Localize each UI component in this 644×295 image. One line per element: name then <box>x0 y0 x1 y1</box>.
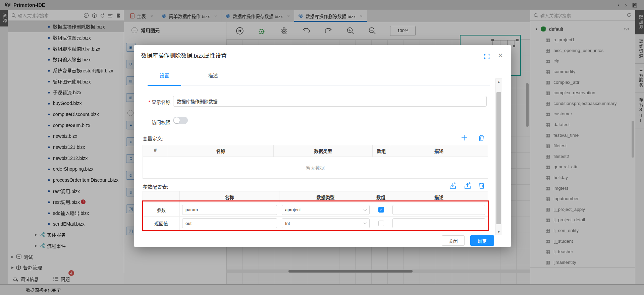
tree-item[interactable]: ● rest调用.bizx <box>8 185 124 196</box>
array-checkbox[interactable] <box>378 221 384 226</box>
save-icon[interactable] <box>632 3 637 8</box>
export-params-icon[interactable] <box>464 182 472 190</box>
editor-tab[interactable]: 主表 × <box>126 10 157 22</box>
table-list-item[interactable]: ▦ imgtest <box>530 183 635 193</box>
resource-search[interactable]: 输入关键字搜索 AI <box>8 10 124 21</box>
cube-icon[interactable] <box>92 13 97 18</box>
tree-item[interactable]: ● computeSum.bizx <box>8 120 124 131</box>
table-list-item[interactable]: ▦ ljmainentity <box>530 257 635 268</box>
display-name-input[interactable] <box>173 96 487 107</box>
access-toggle[interactable] <box>173 117 188 124</box>
right-strip-tab[interactable]: 离线资源 <box>635 35 644 64</box>
refresh-icon[interactable] <box>627 12 632 17</box>
refresh-icon[interactable] <box>100 13 105 18</box>
close-icon[interactable]: × <box>498 51 503 60</box>
table-list-item[interactable]: ▦ lj_son_entity <box>530 225 635 236</box>
table-list-item[interactable]: ▦ aisc_opening_user_infos <box>530 45 635 56</box>
undo-icon[interactable] <box>302 27 310 35</box>
table-list-item[interactable]: ▦ conditionsprojectbasicsummary <box>530 98 635 109</box>
table-list-item[interactable]: ▦ general_attr <box>530 162 635 172</box>
hscroll-thumb[interactable] <box>288 270 413 273</box>
tree-item[interactable]: ● newbiz.bizx <box>8 131 124 142</box>
redo-icon[interactable] <box>324 27 332 35</box>
tree-item[interactable]: ▶ 流程事件 <box>8 240 124 251</box>
tree-item[interactable]: ● 数据库操作删除数据.bizx <box>8 21 124 32</box>
tree-item[interactable]: ● 子逻辑流.bizx <box>8 87 124 98</box>
table-list-item[interactable]: ▦ lj_project_detail <box>530 215 635 225</box>
run-icon[interactable] <box>236 27 244 35</box>
table-list-item[interactable]: ▦ cip <box>530 56 635 66</box>
scrollbar-thumb[interactable] <box>496 92 501 224</box>
table-list-item[interactable]: ▦ customer <box>530 109 635 119</box>
ai-icon[interactable]: AI <box>84 13 89 18</box>
tab-issues[interactable]: 问题 <box>53 276 70 282</box>
ok-button[interactable]: 确定 <box>470 235 494 246</box>
tree-item[interactable]: ▶ 督办管理 <box>8 262 124 273</box>
tab-resources[interactable]: 资源 <box>0 10 8 26</box>
param-name-input[interactable] <box>182 218 277 228</box>
dialog-scrollbar[interactable]: ▲ ▼ <box>495 78 502 235</box>
panel-scrollbar[interactable] <box>632 121 634 158</box>
eye-closed-icon[interactable] <box>624 27 630 31</box>
table-list-item[interactable]: ▦ lj_project_apply <box>530 204 635 215</box>
tree-item[interactable]: ● newbiz121.bizx <box>8 142 124 153</box>
tree-item[interactable]: ● buyGood.bizx <box>8 98 124 109</box>
editor-tab[interactable]: 数据库操作保存数据.bizx × <box>221 10 294 22</box>
debug-run-icon[interactable] <box>258 27 266 35</box>
tree-item[interactable]: ● processOrderItemDiscount.bizx <box>8 175 124 186</box>
right-strip-tab[interactable]: 数据源 <box>635 10 644 35</box>
doc-export-icon[interactable] <box>116 13 121 18</box>
fullscreen-icon[interactable] <box>484 54 490 59</box>
datasource-root[interactable]: ▼ default <box>530 23 635 35</box>
table-list-item[interactable]: ▦ inputnumber <box>530 193 635 204</box>
close-tab-icon[interactable]: × <box>214 13 217 19</box>
table-list-item[interactable]: ▦ datatest <box>530 119 635 130</box>
tree-item[interactable]: ● 循环图元使用.bizx <box>8 76 124 87</box>
tree-item[interactable]: ● computeDiscount.bizx <box>8 109 124 120</box>
datatype-select[interactable]: aproject <box>282 205 370 215</box>
editor-tab[interactable]: 简单数据库操作.bizx × <box>157 10 221 22</box>
zoom-out-icon[interactable] <box>368 27 376 35</box>
collapse-arrow-icon[interactable]: ▼ <box>535 27 538 31</box>
collapse-icon[interactable]: − <box>127 110 133 116</box>
tree-item[interactable]: ▶ 实体服务 <box>8 229 124 240</box>
close-tab-icon[interactable]: × <box>360 13 363 19</box>
close-button[interactable]: 关闭 <box>442 235 465 246</box>
table-list-item[interactable]: ▦ complex_reservation <box>530 87 635 98</box>
expand-arrow-icon[interactable]: ▶ <box>11 255 14 258</box>
close-tab-icon[interactable]: × <box>287 13 290 19</box>
table-list-item[interactable]: ▦ holiday <box>530 172 635 183</box>
tab-settings[interactable]: 设置 <box>148 72 181 79</box>
zoom-in-icon[interactable] <box>346 27 354 35</box>
editor-tab[interactable]: 数据库操作删除数据.bizx × <box>294 10 367 22</box>
nav-forward-icon[interactable]: › <box>625 2 627 8</box>
param-desc-input[interactable] <box>392 218 485 228</box>
tree-item[interactable]: ● 数组赋值图元.bizx <box>8 32 124 43</box>
table-list-item[interactable]: ▦ lj_student <box>530 236 635 246</box>
expand-arrow-icon[interactable]: ▶ <box>35 244 37 247</box>
scroll-down-icon[interactable]: ▼ <box>496 230 502 234</box>
datatype-select[interactable]: Int <box>282 218 370 228</box>
tree-item[interactable]: ● newbiz1212.bizx <box>8 153 124 164</box>
tree-item[interactable]: ● orderShopping.bizx <box>8 164 124 175</box>
table-list-item[interactable]: ▦ filetest2 <box>530 151 635 162</box>
close-tab-icon[interactable]: × <box>150 13 153 19</box>
table-list-item[interactable]: ▦ commodity <box>530 66 635 77</box>
tree-item[interactable]: ▶ 测试 <box>8 251 124 262</box>
canvas-vscrollbar[interactable] <box>526 83 529 127</box>
table-list-item[interactable]: ▦ complex_attr <box>530 77 635 87</box>
table-list-item[interactable]: ▦ festival_time <box>530 130 635 140</box>
delete-params-icon[interactable] <box>478 182 485 189</box>
right-strip-tab[interactable]: 命名Sql <box>635 93 644 128</box>
zoom-level[interactable]: 100% <box>390 26 416 36</box>
sort-icon[interactable] <box>108 13 113 18</box>
datasource-search[interactable]: 输入关键字搜索 <box>530 10 635 21</box>
tab-description[interactable]: 描述 <box>196 72 230 79</box>
canvas-hscrollbar[interactable] <box>226 270 530 273</box>
add-variable-icon[interactable] <box>461 134 468 141</box>
table-list-item[interactable]: ▦ lj_teacher <box>530 246 635 257</box>
delete-variable-icon[interactable] <box>478 134 485 141</box>
table-list-item[interactable]: ▦ a_project1 <box>530 35 635 45</box>
expand-arrow-icon[interactable]: ▶ <box>11 266 14 269</box>
tab-debug-info[interactable]: 调试信息 <box>13 276 39 282</box>
